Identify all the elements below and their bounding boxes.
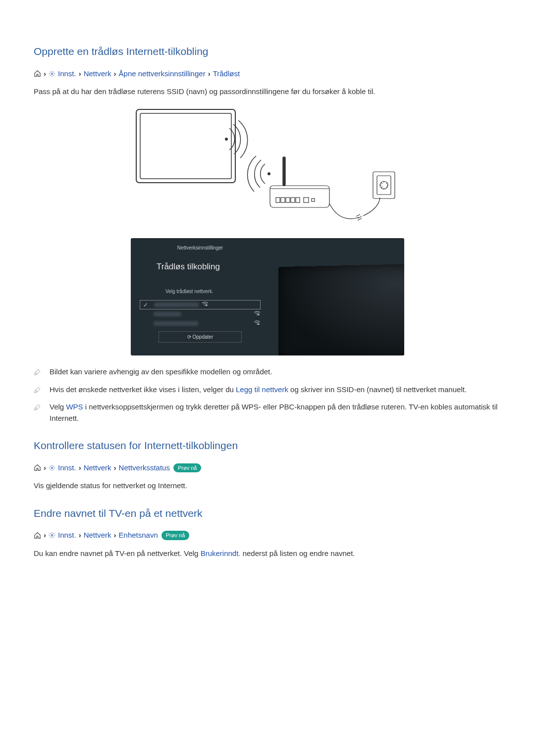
svg-rect-11 (283, 157, 285, 186)
svg-rect-1 (136, 109, 235, 183)
note-item: Hvis det ønskede nettverket ikke vises i… (34, 384, 501, 397)
svg-rect-4 (276, 198, 280, 202)
chevron-right-icon: › (79, 530, 81, 541)
ns-title: Nettverksinnstillinger (131, 244, 269, 252)
svg-rect-17 (258, 314, 260, 315)
link-wps[interactable]: WPS (66, 403, 83, 411)
breadcrumb-status: › Innst. › Nettverk › Nettverksstatus Pr… (34, 462, 501, 474)
crumb-innst[interactable]: Innst. (58, 530, 76, 541)
crumb-nettverk[interactable]: Nettverk (84, 462, 111, 474)
network-row[interactable] (131, 309, 269, 319)
crumb-nettverk[interactable]: Nettverk (84, 68, 111, 80)
crumb-innst[interactable]: Innst. (58, 462, 76, 474)
home-icon (34, 464, 41, 471)
crumb-innst[interactable]: Innst. (58, 68, 76, 80)
chevron-right-icon: › (114, 462, 116, 474)
svg-rect-9 (304, 198, 309, 202)
pen-icon (34, 403, 41, 414)
svg-rect-8 (296, 198, 300, 202)
blurred-ssid (154, 302, 199, 307)
wifi-secure-icon (202, 299, 209, 310)
network-row[interactable] (131, 319, 269, 328)
home-icon (34, 532, 41, 539)
svg-rect-10 (312, 199, 315, 202)
chevron-right-icon: › (114, 68, 116, 80)
svg-point-20 (51, 535, 53, 537)
chevron-right-icon: › (44, 462, 46, 474)
chevron-right-icon: › (114, 530, 116, 541)
crumb-devicename[interactable]: Enhetsnavn (119, 530, 158, 541)
svg-rect-7 (291, 198, 295, 202)
breadcrumb-devname: › Innst. › Nettverk › Enhetsnavn Prøv nå (34, 530, 501, 541)
gear-icon (49, 464, 55, 471)
note-item: Bildet kan variere avhengig av den spesi… (34, 366, 501, 379)
crumb-open-netset[interactable]: Åpne nettverksinnstillinger (119, 68, 206, 80)
network-settings-screen: Nettverksinnstillinger Trådløs tilkoblin… (131, 238, 404, 356)
illustration-tv-router: Nettverksinnstillinger Trådløs tilkoblin… (34, 104, 501, 356)
devname-body: Du kan endre navnet på TV-en på nettverk… (34, 548, 501, 559)
svg-rect-14 (377, 176, 391, 195)
chevron-right-icon: › (79, 68, 81, 80)
heading-device-name: Endre navnet til TV-en på et nettverk (34, 505, 501, 521)
breadcrumb-wireless: › Innst. › Nettverk › Åpne nettverksinns… (34, 68, 501, 80)
chevron-right-icon: › (79, 462, 81, 474)
network-row-selected[interactable]: ✓ (140, 300, 261, 309)
svg-rect-18 (258, 323, 260, 325)
blurred-ssid (154, 321, 198, 326)
try-now-badge[interactable]: Prøv nå (173, 463, 202, 473)
note-text: Velg WPS i nettverksoppsettskjermen og t… (50, 402, 501, 424)
ns-pick-label: Velg trådløst nettverk. (131, 288, 269, 295)
crumb-netstatus[interactable]: Nettverksstatus (119, 462, 170, 474)
crumb-nettverk[interactable]: Nettverk (84, 530, 111, 541)
blurred-ssid (154, 312, 181, 316)
pen-icon (34, 386, 41, 397)
chevron-right-icon: › (208, 68, 211, 80)
svg-point-19 (51, 467, 53, 469)
svg-rect-5 (281, 198, 285, 202)
home-icon (34, 70, 41, 77)
tv-photo (278, 264, 404, 355)
link-add-network[interactable]: Legg til nettverk (236, 385, 288, 394)
svg-point-0 (51, 73, 53, 75)
chevron-right-icon: › (44, 530, 46, 541)
note-item: Velg WPS i nettverksoppsettskjermen og t… (34, 402, 501, 424)
heading-wireless-connection: Opprette en trådløs Internett-tilkobling (34, 44, 501, 59)
svg-point-12 (268, 172, 270, 175)
check-icon: ✓ (143, 301, 151, 309)
svg-point-3 (225, 138, 228, 141)
heading-check-status: Kontrollere statusen for Internett-tilko… (34, 438, 501, 454)
pen-icon (34, 368, 41, 379)
ns-subtitle: Trådløs tilkobling (131, 260, 269, 273)
svg-rect-16 (206, 304, 208, 306)
wifi-secure-icon (254, 318, 261, 329)
note-text: Bildet kan variere avhengig av den spesi… (50, 366, 272, 378)
chevron-right-icon: › (44, 68, 46, 80)
gear-icon (49, 70, 55, 77)
svg-rect-6 (286, 198, 290, 202)
note-text: Hvis det ønskede nettverket ikke vises i… (50, 384, 467, 396)
intro-text: Pass på at du har den trådløse ruterens … (34, 86, 501, 98)
link-userinput[interactable]: Brukerinndt. (201, 549, 241, 557)
gear-icon (49, 532, 55, 539)
crumb-wireless[interactable]: Trådløst (213, 68, 240, 80)
try-now-badge[interactable]: Prøv nå (161, 531, 190, 540)
status-body: Vis gjeldende status for nettverket og I… (34, 480, 501, 492)
refresh-button[interactable]: Oppdater (159, 331, 242, 343)
